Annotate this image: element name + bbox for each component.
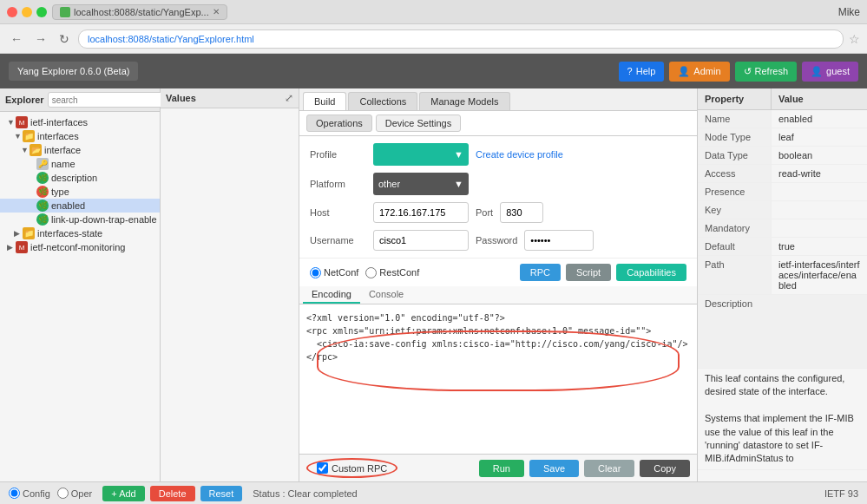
password-input[interactable] [524, 230, 594, 251]
netconf-label: NetConf [324, 267, 358, 278]
oper-radio-label[interactable]: Oper [57, 488, 92, 499]
tree-item-enabled[interactable]: 🌿 enabled [0, 199, 160, 213]
module-icon: M [16, 241, 28, 253]
script-button[interactable]: Script [566, 264, 611, 281]
subtab-operations[interactable]: Operations [306, 115, 372, 132]
run-button[interactable]: Run [479, 460, 524, 477]
tree-label: enabled [51, 200, 85, 211]
admin-icon: 👤 [678, 66, 690, 77]
tree-item-ietf-netconf[interactable]: ▶ M ietf-netconf-monitoring [0, 240, 160, 254]
forward-button[interactable]: → [31, 30, 50, 48]
prop-key-data-type: Data Type [698, 147, 772, 164]
tree-item-interface[interactable]: ▼ 📂 interface [0, 143, 160, 157]
expand-icon[interactable]: ⤢ [285, 92, 293, 104]
tree-item-type[interactable]: 🌿 type [0, 185, 160, 199]
tree-label: type [51, 187, 69, 197]
search-input[interactable] [48, 92, 167, 108]
reload-button[interactable]: ↻ [56, 30, 73, 48]
profile-select[interactable]: ▼ [373, 143, 469, 166]
capabilities-button[interactable]: Capabilities [616, 264, 686, 281]
subtab-device-settings[interactable]: Device Settings [376, 115, 461, 132]
tab-title: localhost:8088/static/YangExp... [74, 7, 209, 17]
favicon [60, 7, 70, 17]
tree-label: interface [44, 145, 81, 155]
tree: ▼ M ietf-interfaces ▼ 📁 interfaces ▼ 📂 i… [0, 112, 160, 481]
back-button[interactable]: ← [7, 30, 26, 48]
port-input[interactable] [500, 202, 543, 223]
port-label: Port [476, 207, 493, 218]
restconf-radio-label[interactable]: RestConf [365, 267, 419, 278]
tree-label: interfaces-state [37, 228, 102, 239]
host-input[interactable] [373, 202, 469, 223]
browser-tab[interactable]: localhost:8088/static/YangExp... ✕ [52, 4, 227, 20]
netconf-radio-label[interactable]: NetConf [310, 267, 358, 278]
platform-select[interactable]: other ▼ [373, 173, 469, 195]
guest-button[interactable]: 👤 guest [802, 62, 858, 82]
rpc-button[interactable]: RPC [520, 264, 561, 281]
add-button[interactable]: + Add [102, 486, 144, 501]
encoding-tab[interactable]: Encoding [303, 286, 360, 304]
delete-button[interactable]: Delete [150, 486, 195, 501]
help-button[interactable]: ? Help [619, 62, 665, 82]
tree-item-interfaces[interactable]: ▼ 📁 interfaces [0, 129, 160, 143]
config-radio-label[interactable]: Config [9, 488, 50, 499]
reset-button[interactable]: Reset [200, 486, 243, 501]
toggle-icon: ▼ [21, 146, 28, 154]
values-header: Values ⤢ [161, 88, 299, 108]
tree-item-description[interactable]: 🌿 description [0, 171, 160, 185]
tree-item-name[interactable]: 🔑 name [0, 157, 160, 171]
close-btn[interactable] [7, 7, 17, 17]
tab-collections[interactable]: Collections [348, 92, 417, 110]
tab-build[interactable]: Build [303, 92, 346, 110]
person-icon: 👤 [811, 66, 823, 77]
prop-row-description: Description This leaf contains the confi… [698, 295, 867, 470]
explorer-panel: Explorer ⤢ ▼ M ietf-interfaces ▼ 📁 inter… [0, 88, 161, 481]
prop-row-access: Access read-write [698, 165, 867, 183]
username-input[interactable] [373, 230, 469, 251]
address-input[interactable] [78, 29, 844, 49]
custom-rpc-checkbox-container[interactable]: Custom RPC [306, 458, 397, 478]
bookmark-icon[interactable]: ☆ [849, 32, 860, 46]
copy-button[interactable]: Copy [640, 460, 690, 477]
prop-val-path: ietf-interfaces/interfaces/interface/ena… [772, 256, 867, 294]
toggle-icon: ▶ [7, 243, 14, 252]
tab-close-icon[interactable]: ✕ [213, 7, 220, 16]
console-tab[interactable]: Console [360, 286, 412, 304]
clear-button[interactable]: Clear [584, 460, 634, 477]
prop-val-mandatory [772, 219, 867, 237]
minimize-btn[interactable] [22, 7, 32, 17]
maximize-btn[interactable] [36, 7, 47, 17]
tree-item-ietf-interfaces[interactable]: ▼ M ietf-interfaces [0, 115, 160, 129]
prop-key-key: Key [698, 201, 772, 219]
tab-manage-models[interactable]: Manage Models [419, 92, 509, 110]
app-title-button[interactable]: Yang Explorer 0.6.0 (Beta) [9, 62, 138, 81]
toggle-icon: ▼ [7, 118, 14, 127]
leaf-icon: 🌿 [36, 200, 49, 212]
status-left: Config Oper + Add Delete Reset Status : … [9, 486, 358, 501]
subtabs: Operations Device Settings [299, 111, 697, 136]
header-buttons: ? Help 👤 Admin ↺ Refresh 👤 guest [619, 62, 858, 82]
prop-val-presence [772, 183, 867, 200]
save-button[interactable]: Save [529, 460, 579, 477]
prop-key-presence: Presence [698, 183, 772, 200]
tree-item-link-up-down[interactable]: 🌿 link-up-down-trap-enable [0, 213, 160, 226]
config-radio[interactable] [9, 488, 20, 499]
prop-row-key: Key [698, 201, 867, 219]
admin-button[interactable]: 👤 Admin [669, 62, 729, 82]
create-profile-link[interactable]: Create device profile [476, 149, 563, 160]
refresh-button[interactable]: ↺ Refresh [735, 62, 798, 82]
code-content: <?xml version="1.0" encoding="utf-8"?> <… [306, 311, 690, 363]
rpc-buttons: RPC Script Capabilities [520, 264, 686, 281]
netconf-radio[interactable] [310, 267, 321, 278]
help-icon: ? [627, 66, 633, 76]
bottom-buttons: Run Save Clear Copy [479, 460, 690, 477]
oper-radio[interactable] [57, 488, 69, 499]
tree-item-interfaces-state[interactable]: ▶ 📁 interfaces-state [0, 226, 160, 240]
status-text: Status : Clear completed [253, 488, 357, 499]
titlebar: localhost:8088/static/YangExp... ✕ Mike [0, 0, 867, 24]
custom-rpc-checkbox[interactable] [317, 462, 328, 474]
prop-val-node-type: leaf [772, 128, 867, 146]
module-icon: M [16, 116, 28, 128]
restconf-radio[interactable] [365, 267, 377, 278]
refresh-icon: ↺ [744, 66, 752, 77]
